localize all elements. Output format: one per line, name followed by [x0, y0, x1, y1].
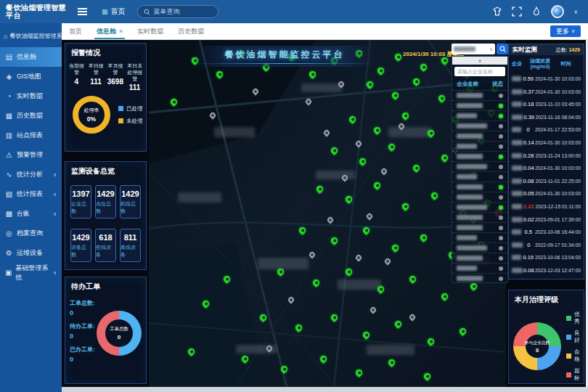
company-name-blurred — [457, 164, 487, 169]
sidebar-item-2[interactable]: ◈GIS地图 — [0, 67, 62, 86]
realtime-company-blurred — [512, 179, 522, 184]
company-row[interactable] — [452, 203, 507, 213]
realtime-row[interactable]: 0.022023-09-01 17:39:00 — [509, 213, 584, 226]
realtime-time: 2024-01-30 10:03:00 — [535, 166, 581, 171]
workorder-donut: 工单总数 0 — [97, 311, 142, 356]
realtime-row[interactable]: 0.392023-11-16 08:04:00 — [509, 111, 584, 124]
sidebar-item-10[interactable]: ◎档案查询 — [0, 224, 62, 243]
company-row[interactable] — [452, 192, 507, 203]
sidebar-item-label: 统计报表 — [17, 189, 43, 199]
realtime-row[interactable]: 02022-09-17 01:34:00 — [509, 239, 584, 252]
realtime-row[interactable]: 0.052024-01-30 10:03:00 — [509, 187, 584, 200]
legend-color — [566, 354, 571, 359]
tab-3[interactable]: 实时数据 — [137, 23, 163, 39]
company-row[interactable] — [452, 111, 507, 121]
sidebar-item-9[interactable]: ▩台账∨ — [0, 204, 62, 224]
alarm-flame-icon[interactable] — [531, 7, 542, 17]
sidebar-item-6[interactable]: ⚠预警管理 — [0, 145, 62, 165]
realtime-row[interactable]: 0.042024-01-30 10:03:00 — [509, 162, 584, 175]
rating-panel: 本月治理评级 参与企业总数 0 优秀良好合格超标 — [508, 290, 584, 384]
realtime-time: 2024-01-30 10:03:00 — [535, 191, 581, 196]
company-row[interactable] — [452, 131, 507, 142]
realtime-company-blurred — [512, 242, 523, 248]
fullscreen-icon[interactable] — [512, 7, 522, 17]
company-row[interactable] — [452, 274, 507, 283]
close-icon[interactable]: × — [119, 28, 123, 35]
legend-color — [566, 372, 571, 377]
company-row[interactable] — [452, 213, 507, 223]
dashboard: 餐饮油烟智能监控云平台 2024/1/30 10:03 星期二 报警情况 当前报… — [62, 40, 586, 387]
realtime-density-value: 0 — [523, 242, 535, 248]
company-name-blurred — [457, 266, 477, 271]
company-row[interactable] — [452, 264, 507, 274]
realtime-row[interactable]: 0.592024-01-30 10:03:00 — [509, 73, 584, 86]
realtime-row[interactable]: 0.372024-01-30 10:03:00 — [509, 85, 584, 98]
company-row[interactable] — [452, 101, 507, 111]
device-stat-card: 1429点位总数 — [95, 185, 116, 219]
realtime-density-value: 0.19 — [521, 254, 534, 261]
rating-donut: 参与企业总数 0 — [513, 322, 561, 370]
realtime-row[interactable]: 0.182023-11-10 03:45:00 — [509, 98, 584, 111]
realtime-row[interactable]: 0.082023-11-01 22:25:00 — [509, 175, 584, 188]
company-select[interactable]: ∨ — [452, 44, 495, 54]
realtime-row[interactable]: 02024-01-17 22:53:00 — [509, 123, 584, 136]
tab-1[interactable]: 首页 — [69, 23, 82, 39]
theme-skin-icon[interactable] — [492, 7, 502, 17]
realtime-row[interactable]: 0.192023-10-06 13:04:00 — [509, 251, 584, 264]
sidebar-item-7[interactable]: ∿统计分析∨ — [0, 165, 62, 184]
sidebar-item-12[interactable]: ▣基础管理系统∨ — [0, 263, 62, 282]
chevron-down-icon: ∨ — [53, 172, 57, 178]
company-row[interactable] — [452, 121, 507, 131]
realtime-row[interactable]: 0.282023-11-24 13:00:00 — [509, 149, 584, 162]
company-row[interactable] — [452, 91, 507, 101]
company-row[interactable] — [452, 182, 507, 192]
realtime-row[interactable]: 0.142024-01-30 10:03:00 — [509, 136, 584, 150]
company-row[interactable] — [452, 223, 507, 233]
more-button[interactable]: 更多 ∨ — [550, 25, 581, 37]
company-row[interactable] — [452, 172, 507, 182]
company-row[interactable] — [452, 142, 507, 152]
realtime-row[interactable]: 2.222023-12-15 01:11:00 — [509, 200, 584, 213]
breadcrumb[interactable]: ▦ 首页 — [102, 7, 126, 17]
alarm-donut-area: 处理率 0% 已处理未处理 — [65, 96, 146, 134]
company-row[interactable] — [452, 233, 507, 243]
sidebar-item-label: 站点报表 — [17, 131, 43, 140]
map-blur-patch — [301, 83, 342, 92]
tab-4[interactable]: 历史数据 — [178, 23, 204, 39]
alarm-panel-title: 报警情况 — [65, 44, 146, 60]
realtime-row[interactable]: 0.52023-10-06 16:44:00 — [509, 226, 584, 239]
device-stat-label: 设备总数 — [71, 244, 91, 258]
menu-toggle-icon[interactable] — [78, 8, 87, 15]
sidebar-system-header[interactable]: ⌂ 餐饮油烟监控管理系统 ∧ — [0, 23, 62, 47]
sidebar-item-4[interactable]: ▦历史数据 — [0, 106, 62, 126]
realtime-time: 2024-01-30 10:03:00 — [535, 89, 581, 94]
realtime-density-value: 0.05 — [523, 190, 535, 197]
user-avatar[interactable] — [551, 5, 564, 18]
chevron-down-icon[interactable]: ∨ — [573, 9, 578, 15]
realtime-col-time: 时间 — [551, 60, 581, 68]
company-name-blurred — [457, 93, 483, 98]
sidebar-item-label: 档案查询 — [17, 229, 43, 238]
company-row[interactable] — [452, 162, 507, 172]
status-dot — [499, 277, 503, 281]
company-row[interactable] — [452, 243, 507, 253]
company-row[interactable] — [452, 253, 507, 264]
sidebar-item-1[interactable]: ▤信息舱 — [0, 47, 62, 67]
sidebar-item-8[interactable]: ▧统计报表∨ — [0, 184, 62, 204]
map-blur-patch — [258, 258, 309, 269]
sidebar-item-11[interactable]: ⚙运维设备 — [0, 243, 62, 263]
company-collapse-button[interactable]: ∧ — [452, 57, 507, 65]
legend-color — [566, 316, 571, 321]
sidebar-item-5[interactable]: ▥站点报表 — [0, 126, 62, 145]
chevron-down-icon: ∨ — [53, 270, 57, 276]
company-name-blurred — [457, 225, 483, 230]
menu-search-input[interactable]: 菜单查询 — [137, 5, 219, 18]
sidebar-item-3[interactable]: ◔实时数据 — [0, 86, 62, 106]
realtime-row[interactable]: 0.082023-12-03 12:47:00 — [509, 264, 584, 277]
company-name-input[interactable]: 请输入企业名称 — [454, 67, 505, 76]
sidebar: ⌂ 餐饮油烟监控管理系统 ∧ ▤信息舱◈GIS地图◔实时数据▦历史数据▥站点报表… — [0, 23, 62, 392]
company-search-button[interactable] — [497, 44, 508, 54]
company-row[interactable] — [452, 152, 507, 162]
rating-legend: 优秀良好合格超标 — [566, 311, 581, 382]
tab-2[interactable]: 信息舱× — [97, 23, 123, 39]
